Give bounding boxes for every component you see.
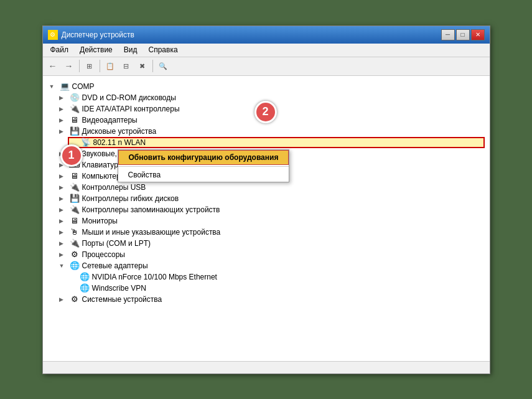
storage-label: Контроллеры запоминающих устройств [82, 205, 220, 214]
tree-item-storage[interactable]: ▶ 🔌 Контроллеры запоминающих устройств [58, 204, 485, 215]
maximize-button[interactable]: □ [456, 29, 470, 40]
step-2-label: 2 [262, 105, 268, 118]
disk-icon: 💾 [69, 126, 80, 136]
windscribe-icon: 🌐 [79, 283, 90, 293]
expand-network: ▼ [59, 263, 69, 269]
window-title: Диспетчер устройств [62, 31, 134, 39]
tree-item-windscribe[interactable]: 🌐 Windscribe VPN [68, 283, 485, 294]
floppy-label: Контроллеры гибких дисков [82, 194, 179, 203]
disable-button[interactable]: ⊟ [119, 59, 134, 73]
expand-monitors: ▶ [59, 218, 69, 224]
expand-arrow-comp: ▼ [49, 83, 59, 90]
video-label: Видеоадаптеры [82, 116, 138, 124]
system-icon: ⚙ [69, 294, 80, 304]
computer-icon: 🖥 [69, 171, 80, 181]
menu-help[interactable]: Справка [144, 44, 183, 55]
context-menu-properties[interactable]: Свойства [118, 168, 289, 182]
expand-mice: ▶ [59, 229, 69, 235]
video-icon: 🖥 [69, 115, 80, 125]
ide-icon: 🔌 [69, 104, 80, 114]
tree-item-comp[interactable]: ▼ 💻 COMP [48, 81, 485, 92]
minimize-button[interactable]: ─ [441, 29, 455, 40]
forward-button[interactable]: → [62, 59, 77, 73]
tree-item-processors[interactable]: ▶ ⚙ Процессоры [58, 249, 485, 260]
step-1-label: 1 [68, 149, 74, 162]
expand-computer: ▶ [59, 173, 69, 179]
dvd-label: DVD и CD-ROM дисководы [82, 93, 176, 102]
comp-label: COMP [72, 82, 95, 91]
network-icon: 🌐 [69, 261, 80, 271]
wlan-icon: 📡 [80, 138, 91, 148]
expand-dvd: ▶ [59, 95, 69, 101]
toolbar-sep-3 [152, 60, 153, 72]
expand-ports: ▶ [59, 240, 69, 246]
window-icon: ⚙ [48, 30, 58, 40]
expand-system: ▶ [59, 296, 69, 303]
tree-item-network[interactable]: ▼ 🌐 Сетевые адаптеры [58, 260, 485, 271]
mice-icon: 🖱 [69, 227, 80, 237]
tree-item-system[interactable]: ▶ ⚙ Системные устройства [58, 294, 485, 305]
expand-processors: ▶ [59, 251, 69, 258]
menu-view[interactable]: Вид [119, 44, 142, 55]
expand-disk: ▶ [59, 128, 69, 134]
step-2-circle: 2 [254, 101, 277, 123]
dvd-icon: 💿 [69, 93, 80, 103]
update-driver-button[interactable]: 📋 [103, 59, 118, 73]
menu-file[interactable]: Файл [45, 44, 74, 55]
windscribe-label: Windscribe VPN [92, 284, 146, 293]
expand-video: ▶ [59, 117, 69, 123]
scan-hardware-button[interactable]: 🔍 [156, 59, 170, 73]
mice-label: Мыши и иные указывающие устройства [82, 228, 221, 237]
expand-floppy: ▶ [59, 195, 69, 202]
context-menu-separator [118, 166, 289, 167]
device-manager-window: ⚙ Диспетчер устройств ─ □ ✕ Файл Действи… [42, 26, 490, 374]
tree-item-disk[interactable]: ▶ 💾 Дисковые устройства [58, 126, 485, 137]
back-button[interactable]: ← [45, 59, 60, 73]
close-button[interactable]: ✕ [471, 29, 485, 40]
tree-item-dvd[interactable]: ▶ 💿 DVD и CD-ROM дисководы [58, 92, 485, 103]
tree-item-monitors[interactable]: ▶ 🖥 Мониторы [58, 215, 485, 227]
context-menu-update-hardware[interactable]: Обновить конфигурацию оборудования [118, 150, 289, 165]
monitors-label: Мониторы [82, 217, 118, 225]
tree-item-ports[interactable]: ▶ 🔌 Порты (COM и LPT) [58, 238, 485, 249]
monitors-icon: 🖥 [69, 216, 80, 226]
toolbar-sep-1 [79, 60, 80, 72]
uninstall-button[interactable]: ✖ [135, 59, 150, 73]
ports-label: Порты (COM и LPT) [82, 239, 151, 248]
expand-usb: ▶ [59, 184, 69, 190]
usb-icon: 🔌 [69, 182, 80, 192]
tree-item-usb[interactable]: ▶ 🔌 Контроллеры USB [58, 182, 485, 193]
processors-icon: ⚙ [69, 250, 80, 260]
content-area: ▼ 💻 COMP ▶ 💿 DVD и CD-ROM дисководы ▶ 🔌 … [43, 76, 490, 361]
storage-icon: 🔌 [69, 205, 80, 215]
toolbar-sep-2 [100, 60, 100, 72]
properties-button[interactable]: ⊞ [82, 59, 97, 73]
menu-action[interactable]: Действие [75, 44, 118, 55]
tree-item-floppy[interactable]: ▶ 💾 Контроллеры гибких дисков [58, 193, 485, 204]
expand-ide: ▶ [59, 106, 69, 112]
network-label: Сетевые адаптеры [82, 261, 148, 270]
system-label: Системные устройства [82, 295, 162, 304]
title-bar: ⚙ Диспетчер устройств ─ □ ✕ [43, 26, 490, 44]
nvidia-icon: 🌐 [79, 272, 90, 282]
title-bar-left: ⚙ Диспетчер устройств [48, 30, 134, 40]
nvidia-label: NVIDIA nForce 10/100 Mbps Ethernet [92, 273, 217, 281]
context-menu: Обновить конфигурацию оборудования Свойс… [118, 149, 290, 182]
toolbar: ← → ⊞ 📋 ⊟ ✖ 🔍 [43, 57, 490, 76]
tree-item-mice[interactable]: ▶ 🖱 Мыши и иные указывающие устройства [58, 227, 485, 238]
floppy-icon: 💾 [69, 194, 80, 204]
ide-label: IDE ATA/ATAPI контроллеры [82, 105, 180, 113]
tree-item-nvidia[interactable]: 🌐 NVIDIA nForce 10/100 Mbps Ethernet [68, 271, 485, 283]
menu-bar: Файл Действие Вид Справка [43, 44, 490, 57]
computer-label: Компьютер [82, 172, 121, 181]
processors-label: Процессоры [82, 250, 126, 259]
title-bar-buttons: ─ □ ✕ [441, 29, 485, 40]
tree-item-wlan[interactable]: 📡 802.11 n WLAN [68, 137, 485, 148]
comp-icon: 💻 [59, 82, 70, 92]
disk-label: Дисковые устройства [82, 127, 157, 136]
expand-storage: ▶ [59, 207, 69, 213]
step-1-circle: 1 [60, 144, 83, 167]
wlan-label: 802.11 n WLAN [93, 138, 146, 147]
status-bar [43, 361, 490, 373]
usb-label: Контроллеры USB [82, 183, 146, 192]
